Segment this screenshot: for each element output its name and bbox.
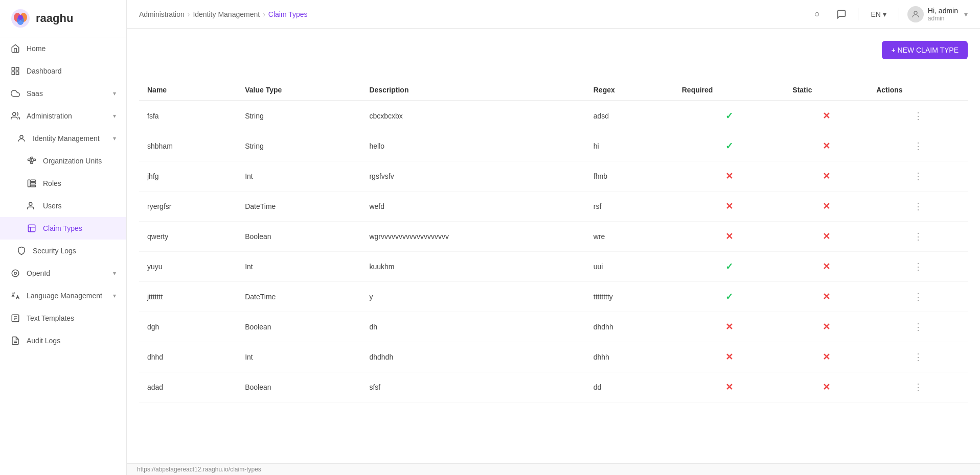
cross-icon: ✕ [823, 141, 830, 151]
cross-icon: ✕ [725, 171, 733, 181]
cell-static: ✕ [784, 101, 868, 131]
row-actions-button[interactable]: ⋮ [909, 138, 927, 154]
sidebar-item-audit-logs[interactable]: Audit Logs [0, 329, 126, 352]
sidebar-item-label-language-management: Language Management [27, 292, 102, 300]
breadcrumb: Administration › Identity Management › C… [139, 10, 809, 18]
cross-icon: ✕ [823, 201, 830, 211]
sidebar-item-roles[interactable]: Roles [0, 172, 126, 195]
cell-required: ✓ [674, 282, 785, 312]
cell-actions[interactable]: ⋮ [868, 312, 968, 342]
cell-actions[interactable]: ⋮ [868, 372, 968, 402]
message-icon[interactable] [833, 6, 850, 22]
sidebar-item-openid[interactable]: OpenId▾ [0, 262, 126, 284]
sidebar-item-administration[interactable]: Administration▾ [0, 105, 126, 127]
svg-rect-8 [12, 72, 14, 75]
language-selector[interactable]: EN ▾ [867, 8, 890, 20]
cell-required: ✕ [674, 372, 785, 402]
notification-icon[interactable]: ○ [809, 6, 825, 22]
sidebar-item-language-management[interactable]: Language Management▾ [0, 284, 126, 307]
sidebar-item-label-identity-management: Identity Management [33, 134, 100, 142]
sidebar-item-label-users: Users [43, 202, 62, 210]
sidebar-item-home[interactable]: Home [0, 37, 126, 60]
row-actions-button[interactable]: ⋮ [909, 169, 927, 184]
sidebar-item-security-logs[interactable]: Security Logs [0, 240, 126, 262]
chevron-administration: ▾ [113, 112, 116, 120]
cross-icon: ✕ [725, 201, 733, 211]
row-actions-button[interactable]: ⋮ [909, 199, 927, 214]
row-actions-button[interactable]: ⋮ [909, 319, 927, 335]
table-header: Name Value Type Description Regex Requir… [139, 80, 968, 101]
sidebar-item-users[interactable]: Users [0, 195, 126, 217]
logo-icon [10, 8, 31, 29]
cell-actions[interactable]: ⋮ [868, 222, 968, 252]
cell-description: dh [361, 312, 585, 342]
cell-value-type: Boolean [237, 222, 361, 252]
sidebar-item-organization-units[interactable]: Organization Units [0, 150, 126, 172]
user-menu[interactable]: Hi, admin admin ▾ [907, 6, 968, 22]
user-role: admin [928, 15, 958, 22]
sidebar-item-text-templates[interactable]: Text Templates [0, 307, 126, 329]
col-value-type: Value Type [237, 80, 361, 101]
user-chevron: ▾ [964, 10, 968, 18]
cell-static: ✕ [784, 131, 868, 161]
svg-rect-20 [31, 183, 36, 184]
cell-description: sfsf [361, 372, 585, 402]
col-static: Static [784, 80, 868, 101]
row-actions-button[interactable]: ⋮ [909, 349, 927, 365]
sidebar-item-identity-management[interactable]: Identity Management▾ [0, 127, 126, 150]
cell-description: cbcxbcxbx [361, 101, 585, 131]
cell-actions[interactable]: ⋮ [868, 101, 968, 131]
cell-description: y [361, 282, 585, 312]
table-row: jttttttt DateTime y tttttttty ✓ ✕ ⋮ [139, 282, 968, 312]
cell-actions[interactable]: ⋮ [868, 131, 968, 161]
table-row: shbham String hello hi ✓ ✕ ⋮ [139, 131, 968, 161]
cell-actions[interactable]: ⋮ [868, 342, 968, 372]
cross-icon: ✕ [725, 322, 733, 332]
cell-description: rgsfvsfv [361, 161, 585, 192]
table-row: fsfa String cbcxbcxbx adsd ✓ ✕ ⋮ [139, 101, 968, 131]
sidebar-item-dashboard[interactable]: Dashboard [0, 60, 126, 82]
table-row: adad Boolean sfsf dd ✕ ✕ ⋮ [139, 372, 968, 402]
svg-rect-14 [31, 162, 33, 163]
svg-rect-7 [16, 72, 19, 75]
new-claim-type-button[interactable]: + NEW CLAIM TYPE [882, 41, 968, 59]
row-actions-button[interactable]: ⋮ [909, 289, 927, 304]
cell-static: ✕ [784, 252, 868, 282]
cell-required: ✕ [674, 161, 785, 192]
cell-value-type: String [237, 101, 361, 131]
lang-chevron: ▾ [883, 10, 886, 18]
chevron-language-management: ▾ [113, 292, 116, 299]
svg-point-31 [914, 11, 917, 14]
table-row: jhfg Int rgsfvsfv fhnb ✕ ✕ ⋮ [139, 161, 968, 192]
cell-actions[interactable]: ⋮ [868, 282, 968, 312]
cell-required: ✕ [674, 342, 785, 372]
cell-description: wefd [361, 192, 585, 222]
user-greeting: Hi, admin [928, 7, 958, 15]
cell-actions[interactable]: ⋮ [868, 192, 968, 222]
cell-name: shbham [139, 131, 237, 161]
cross-icon: ✕ [823, 322, 830, 332]
cell-description: dhdhdh [361, 342, 585, 372]
cross-icon: ✕ [823, 231, 830, 242]
cell-value-type: Int [237, 161, 361, 192]
cross-icon: ✕ [823, 171, 830, 181]
row-actions-button[interactable]: ⋮ [909, 379, 927, 395]
check-icon: ✓ [725, 262, 733, 272]
sidebar-nav: HomeDashboardSaas▾Administration▾Identit… [0, 37, 126, 352]
saas-icon [10, 88, 20, 99]
cell-actions[interactable]: ⋮ [868, 252, 968, 282]
breadcrumb-identity[interactable]: Identity Management [193, 10, 260, 18]
cell-actions[interactable]: ⋮ [868, 161, 968, 192]
cell-name: dhhd [139, 342, 237, 372]
svg-rect-6 [16, 67, 19, 70]
check-icon: ✓ [725, 292, 733, 302]
org-icon [27, 156, 37, 166]
row-actions-button[interactable]: ⋮ [909, 108, 927, 124]
breadcrumb-admin[interactable]: Administration [139, 10, 185, 18]
sidebar-item-claim-types[interactable]: Claim Types [0, 217, 126, 240]
sidebar-item-saas[interactable]: Saas▾ [0, 82, 126, 105]
cross-icon: ✕ [823, 292, 830, 302]
row-actions-button[interactable]: ⋮ [909, 259, 927, 274]
row-actions-button[interactable]: ⋮ [909, 229, 927, 244]
sidebar-item-label-home: Home [27, 44, 45, 53]
